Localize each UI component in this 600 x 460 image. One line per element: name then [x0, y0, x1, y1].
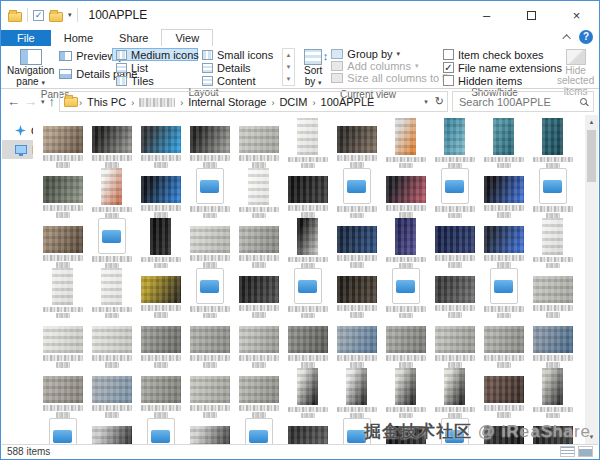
add-columns-button[interactable]: Add columns ▾ [329, 60, 452, 72]
back-icon[interactable]: ← [7, 94, 20, 109]
tab-view[interactable]: View [161, 29, 213, 46]
file-item[interactable] [332, 268, 381, 318]
file-item[interactable] [332, 318, 381, 368]
file-item[interactable] [38, 418, 87, 444]
address-dropdown-icon[interactable]: ▾ [424, 98, 428, 106]
help-icon[interactable]: ? [579, 30, 593, 44]
vertical-scrollbar[interactable]: ▲ ▼ [585, 115, 598, 444]
navigation-pane-button[interactable]: Navigation pane ▾ [4, 48, 57, 89]
new-folder-icon[interactable] [49, 12, 63, 22]
search-icon[interactable] [580, 98, 587, 105]
file-item[interactable] [332, 168, 381, 218]
file-item[interactable] [87, 168, 136, 218]
file-item[interactable] [136, 218, 185, 268]
scroll-up-icon[interactable]: ▲ [589, 115, 595, 129]
checkbox-icon[interactable] [443, 75, 454, 86]
file-item[interactable] [381, 318, 430, 368]
collapse-ribbon-icon[interactable] [562, 34, 570, 42]
up-icon[interactable]: ↑ [49, 94, 56, 109]
properties-icon[interactable]: ✓ [33, 10, 44, 21]
minimize-button[interactable]: – [464, 1, 509, 29]
layout-option-tiles[interactable]: Tiles [112, 74, 198, 87]
file-item[interactable] [87, 118, 136, 168]
file-item[interactable] [479, 168, 528, 218]
file-item[interactable] [528, 368, 577, 418]
file-item[interactable] [283, 318, 332, 368]
gallery-up-icon[interactable]: ▲ [283, 49, 294, 61]
search-input[interactable]: Search 100APPLE [452, 91, 594, 112]
file-item[interactable] [332, 368, 381, 418]
scrollbar-thumb[interactable] [587, 130, 596, 182]
file-item[interactable] [38, 318, 87, 368]
layout-option-content[interactable]: Content [198, 74, 280, 87]
file-item[interactable] [234, 318, 283, 368]
file-item[interactable] [87, 318, 136, 368]
tab-share[interactable]: Share [106, 30, 161, 46]
file-item[interactable] [136, 118, 185, 168]
file-item[interactable] [234, 268, 283, 318]
checkbox-icon[interactable] [443, 49, 454, 60]
file-item[interactable] [283, 118, 332, 168]
sidebar-item-quick-access[interactable]: Quick access [2, 121, 33, 140]
file-item[interactable] [430, 168, 479, 218]
file-item[interactable] [430, 118, 479, 168]
file-item[interactable] [185, 368, 234, 418]
file-item[interactable] [479, 118, 528, 168]
tab-home[interactable]: Home [51, 30, 106, 46]
file-item[interactable] [479, 318, 528, 368]
file-item[interactable] [136, 418, 185, 444]
file-item[interactable] [381, 118, 430, 168]
size-all-columns-button[interactable]: Size all columns to fit [329, 72, 452, 84]
file-item[interactable] [234, 218, 283, 268]
file-item[interactable] [38, 218, 87, 268]
file-item[interactable] [381, 218, 430, 268]
details-view-toggle-icon[interactable] [560, 446, 575, 457]
layout-option-small-icons[interactable]: Small icons [198, 48, 280, 61]
forward-icon[interactable]: → [24, 94, 37, 109]
layout-option-medium-icons[interactable]: Medium icons [112, 48, 198, 61]
breadcrumb-segment[interactable]: This PC [83, 96, 130, 108]
file-item[interactable] [38, 118, 87, 168]
checkbox-icon[interactable]: ✓ [443, 62, 454, 73]
file-item[interactable] [234, 118, 283, 168]
file-item[interactable] [234, 168, 283, 218]
file-item[interactable] [185, 318, 234, 368]
file-item[interactable] [479, 218, 528, 268]
group-by-button[interactable]: Group by ▾ [329, 48, 452, 60]
file-item[interactable] [528, 318, 577, 368]
file-item[interactable] [136, 318, 185, 368]
file-item[interactable] [234, 418, 283, 444]
file-item[interactable] [381, 368, 430, 418]
file-item[interactable] [38, 268, 87, 318]
file-item[interactable] [283, 168, 332, 218]
address-box[interactable]: ›This PC››Internal Storage›DCIM›100APPLE… [59, 91, 448, 112]
file-item[interactable] [87, 268, 136, 318]
file-item[interactable] [528, 118, 577, 168]
file-item[interactable] [332, 118, 381, 168]
file-item[interactable] [87, 218, 136, 268]
sidebar-item-desktop[interactable]: Desktop [2, 140, 33, 159]
checkbox-hidden-items[interactable]: Hidden items [441, 74, 524, 87]
layout-option-details[interactable]: Details [198, 61, 280, 74]
file-item[interactable] [283, 418, 332, 444]
file-item[interactable] [38, 168, 87, 218]
recent-locations-icon[interactable]: ▾ [41, 98, 45, 106]
breadcrumb-segment[interactable] [135, 96, 179, 108]
customize-qat-arrow-icon[interactable]: ▾ [68, 11, 72, 19]
gallery-down-icon[interactable]: ▼ [283, 61, 294, 73]
breadcrumb-segment[interactable]: Internal Storage [184, 96, 270, 108]
thumbnail-view-toggle-icon[interactable] [578, 446, 593, 457]
file-item[interactable] [479, 368, 528, 418]
file-item[interactable] [283, 368, 332, 418]
file-item[interactable] [136, 368, 185, 418]
file-item[interactable] [283, 268, 332, 318]
file-item[interactable] [38, 368, 87, 418]
file-item[interactable] [528, 218, 577, 268]
file-item[interactable] [185, 268, 234, 318]
file-item[interactable] [381, 268, 430, 318]
file-item[interactable] [185, 168, 234, 218]
file-item[interactable] [87, 368, 136, 418]
breadcrumb-segment[interactable]: 100APPLE [317, 96, 379, 108]
file-item[interactable] [136, 268, 185, 318]
file-item[interactable] [332, 218, 381, 268]
